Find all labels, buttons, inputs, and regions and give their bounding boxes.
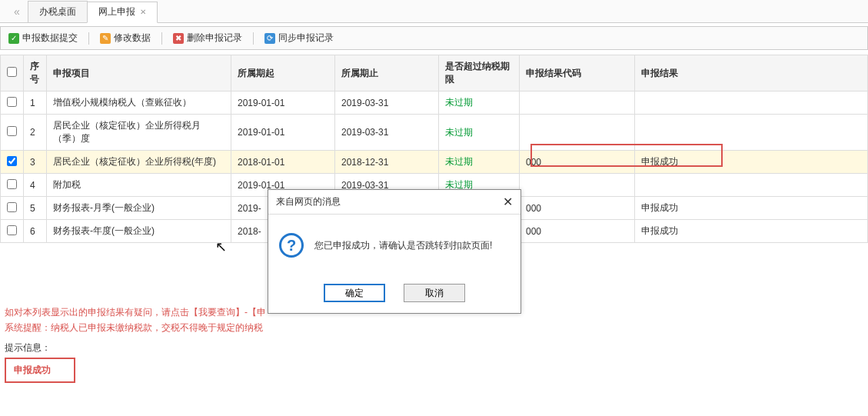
cell-over: 未过期 (439, 92, 520, 115)
question-icon: ? (279, 233, 304, 258)
cancel-button[interactable]: 取消 (404, 284, 465, 302)
col-over: 是否超过纳税期限 (439, 55, 520, 92)
cell-start: 2018-01-01 (231, 151, 335, 174)
cell-over: 未过期 (439, 151, 520, 174)
dialog-body: ? 您已申报成功，请确认是否跳转到扣款页面! (268, 215, 520, 276)
cell-seq: 3 (24, 151, 47, 174)
cell-code (520, 174, 635, 197)
tab-bar: « 办税桌面 网上申报 ✕ (0, 0, 868, 23)
toolbar-label: 申报数据提交 (22, 32, 78, 45)
cell-item: 增值税小规模纳税人（查账征收） (47, 92, 231, 115)
cell-seq: 2 (24, 115, 47, 151)
col-start: 所属期起 (231, 55, 335, 92)
delete-button[interactable]: ✖ 删除申报记录 (173, 32, 242, 45)
row-checkbox[interactable] (7, 202, 17, 212)
divider (253, 32, 254, 45)
check-icon: ✓ (8, 33, 19, 44)
col-code: 申报结果代码 (520, 55, 635, 92)
tab-desktop[interactable]: 办税桌面 (28, 1, 88, 22)
collapse-icon[interactable]: « (6, 5, 28, 18)
cell-over: 未过期 (439, 115, 520, 151)
row-checkbox[interactable] (7, 156, 17, 166)
cell-seq: 5 (24, 197, 47, 220)
cell-seq: 4 (24, 174, 47, 197)
dialog-message: 您已申报成功，请确认是否跳转到扣款页面! (314, 239, 492, 252)
col-item: 申报项目 (47, 55, 231, 92)
row-checkbox[interactable] (7, 179, 17, 189)
ok-button[interactable]: 确定 (324, 284, 385, 302)
col-end: 所属期止 (335, 55, 439, 92)
cell-seq: 6 (24, 220, 47, 243)
toolbar: ✓ 申报数据提交 ✎ 修改数据 ✖ 删除申报记录 ⟳ 同步申报记录 (0, 26, 868, 50)
row-checkbox[interactable] (7, 225, 17, 235)
cell-item: 财务报表-月季(一般企业) (47, 197, 231, 220)
cell-result (635, 115, 868, 151)
divider (161, 32, 162, 45)
col-result: 申报结果 (635, 55, 868, 92)
dialog-title: 来自网页的消息 (276, 195, 341, 208)
cell-result (635, 92, 868, 115)
submit-button[interactable]: ✓ 申报数据提交 (8, 32, 78, 45)
cell-start: 2019-01-01 (231, 92, 335, 115)
dialog-footer: 确定 取消 (268, 276, 520, 313)
cell-end: 2019-03-31 (335, 92, 439, 115)
toolbar-label: 修改数据 (114, 32, 151, 45)
cell-item: 附加税 (47, 174, 231, 197)
tab-online-report[interactable]: 网上申报 ✕ (87, 2, 158, 23)
toolbar-label: 删除申报记录 (187, 32, 242, 45)
note-line: 系统提醒：纳税人已申报未缴纳税款，交税不得晚于规定的纳税 (5, 320, 868, 335)
cell-code (520, 92, 635, 115)
cell-result (635, 174, 868, 197)
table-row[interactable]: 3居民企业（核定征收）企业所得税(年度)2018-01-012018-12-31… (1, 151, 868, 174)
hint-label: 提示信息： (0, 341, 868, 354)
row-checkbox[interactable] (7, 97, 17, 107)
toolbar-label: 同步申报记录 (278, 32, 334, 45)
cell-start: 2019-01-01 (231, 115, 335, 151)
hint-value: 申报成功 (5, 358, 75, 383)
edit-icon: ✎ (100, 33, 111, 44)
sync-button[interactable]: ⟳ 同步申报记录 (264, 32, 334, 45)
cell-end: 2019-03-31 (335, 115, 439, 151)
cell-code: 000 (520, 151, 635, 174)
delete-icon: ✖ (173, 33, 184, 44)
cell-code (520, 115, 635, 151)
cell-result: 申报成功 (635, 197, 868, 220)
cell-end: 2018-12-31 (335, 151, 439, 174)
modify-button[interactable]: ✎ 修改数据 (100, 32, 151, 45)
cell-result: 申报成功 (635, 151, 868, 174)
cell-code: 000 (520, 197, 635, 220)
row-checkbox[interactable] (7, 126, 17, 136)
cell-item: 居民企业（核定征收）企业所得税(年度) (47, 151, 231, 174)
cell-item: 财务报表-年度(一般企业) (47, 220, 231, 243)
col-seq: 序号 (24, 55, 47, 92)
select-all-checkbox[interactable] (7, 67, 17, 77)
confirm-dialog: 来自网页的消息 ✕ ? 您已申报成功，请确认是否跳转到扣款页面! 确定 取消 (268, 189, 521, 314)
cell-code: 000 (520, 220, 635, 243)
table-header-row: 序号 申报项目 所属期起 所属期止 是否超过纳税期限 申报结果代码 申报结果 (1, 55, 868, 92)
cell-item: 居民企业（核定征收）企业所得税月（季）度 (47, 115, 231, 151)
divider (88, 32, 89, 45)
cell-result: 申报成功 (635, 220, 868, 243)
close-icon[interactable]: ✕ (503, 195, 513, 209)
tab-label: 网上申报 (98, 5, 135, 18)
sync-icon: ⟳ (264, 33, 275, 44)
close-icon[interactable]: ✕ (140, 8, 146, 16)
dialog-header: 来自网页的消息 ✕ (268, 190, 520, 215)
table-row[interactable]: 1增值税小规模纳税人（查账征收）2019-01-012019-03-31未过期 (1, 92, 868, 115)
tab-label: 办税桌面 (39, 5, 76, 18)
cell-seq: 1 (24, 92, 47, 115)
table-row[interactable]: 2居民企业（核定征收）企业所得税月（季）度2019-01-012019-03-3… (1, 115, 868, 151)
